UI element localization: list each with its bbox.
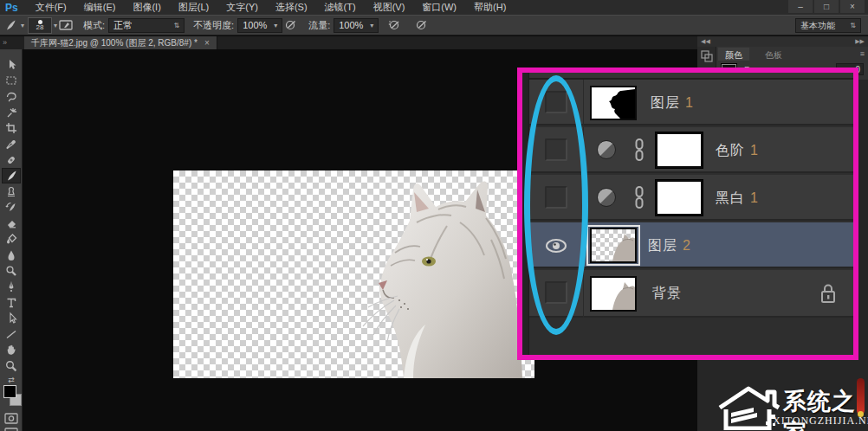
zoom-tool[interactable]	[2, 358, 21, 374]
layer-name[interactable]: 色阶1	[716, 142, 759, 160]
menu-帮助(H)[interactable]: 帮助(H)	[465, 2, 515, 12]
flow-select[interactable]: 100% ▾	[334, 18, 379, 33]
caret-icon: ▾	[21, 22, 24, 29]
healing-brush-tool[interactable]	[2, 152, 21, 168]
history-brush-tool[interactable]	[2, 200, 21, 216]
hand-tool[interactable]	[2, 342, 21, 357]
mask-link-icon	[633, 138, 645, 162]
brush-tool[interactable]	[2, 168, 21, 183]
layers-panel-empty-area	[529, 319, 853, 355]
minimize-button[interactable]: –	[788, 0, 813, 13]
quick-mask-button[interactable]	[2, 410, 21, 426]
crop-tool[interactable]	[2, 120, 21, 136]
caret-icon: ▾	[370, 22, 373, 29]
layer-name[interactable]: 图层2	[648, 237, 691, 255]
menu-items: 文件(F)编辑(E)图像(I)图层(L)文字(Y)选择(S)滤镜(T)视图(V)…	[27, 1, 515, 14]
blend-mode-select[interactable]: 正常 ⇅	[108, 18, 185, 33]
opacity-select[interactable]: 100% ▾	[237, 18, 282, 33]
adjustment-layer-icon	[597, 188, 616, 207]
type-tool[interactable]	[2, 295, 21, 311]
chevrons-icon[interactable]: »	[3, 38, 7, 47]
menu-图像(I)[interactable]: 图像(I)	[124, 2, 169, 12]
layer-name[interactable]: 黑白1	[716, 190, 759, 208]
visibility-column-highlight-ellipse	[524, 75, 588, 335]
layer-name[interactable]: 图层1	[651, 94, 694, 113]
mask-link-icon	[633, 186, 645, 209]
caret-icon: ▾	[274, 22, 277, 29]
mini-cat	[592, 278, 635, 310]
path-select-tool[interactable]	[2, 311, 21, 326]
pressure-opacity-icon[interactable]	[282, 17, 300, 33]
tool-preset-picker[interactable]: ▾	[0, 18, 28, 32]
move-tool[interactable]	[2, 57, 21, 73]
watermark-domain: XITONGZHIJIA.NET	[773, 415, 868, 428]
workspace-switcher[interactable]: 基本功能 ⇅	[795, 18, 861, 33]
lock-icon	[820, 283, 836, 304]
pen-tool[interactable]	[2, 279, 21, 294]
expand-panels-icon[interactable]: ▶▶	[855, 38, 865, 45]
mode-label: 模式:	[83, 19, 105, 32]
dock-header: ◀◀ ▶▶	[697, 36, 868, 47]
menu-选择(S)[interactable]: 选择(S)	[267, 2, 316, 12]
layer-thumbnail[interactable]	[590, 276, 637, 312]
tab-color[interactable]: 颜色	[718, 48, 749, 61]
screen-mode-button[interactable]	[2, 425, 21, 431]
workspace-label: 基本功能	[800, 20, 835, 32]
clone-stamp-tool[interactable]	[2, 183, 21, 199]
line-tool[interactable]	[2, 326, 21, 342]
eyedropper-tool[interactable]	[2, 137, 21, 152]
layer-thumbnail[interactable]	[590, 228, 637, 263]
dodge-tool[interactable]	[2, 263, 21, 279]
flow-value: 100%	[339, 20, 363, 30]
menu-窗口(W)[interactable]: 窗口(W)	[413, 2, 465, 12]
document-canvas[interactable]	[173, 170, 534, 378]
airbrush-icon[interactable]	[385, 17, 403, 33]
updown-icon: ⇅	[850, 22, 856, 29]
panel-toggle-icon	[59, 19, 73, 31]
window-controls: – □ ×	[788, 0, 865, 13]
restore-button[interactable]: □	[814, 0, 839, 13]
opacity-label: 不透明度:	[193, 19, 234, 32]
layer-thumbnail[interactable]	[590, 86, 637, 120]
marquee-tool[interactable]	[2, 73, 21, 88]
magic-wand-tool[interactable]	[2, 105, 21, 120]
layer-mask-thumbnail[interactable]	[656, 132, 703, 168]
menu-文字(Y)[interactable]: 文字(Y)	[217, 2, 267, 12]
menu-视图(V)[interactable]: 视图(V)	[365, 2, 414, 12]
brush-icon	[3, 18, 17, 32]
menu-滤镜(T)[interactable]: 滤镜(T)	[316, 2, 365, 12]
blur-tool[interactable]	[2, 248, 21, 263]
paint-bucket-tool[interactable]	[2, 231, 21, 247]
brush-size-preview[interactable]: 28	[28, 17, 52, 34]
flow-label: 流量:	[308, 19, 330, 32]
tab-close-icon[interactable]: ×	[204, 38, 210, 48]
blend-mode-value: 正常	[113, 19, 133, 32]
mask-cat-silhouette	[592, 87, 635, 119]
pressure-size-icon[interactable]	[413, 17, 431, 33]
panel-menu-icon[interactable]: ≡	[860, 49, 865, 58]
opacity-value: 100%	[243, 20, 267, 30]
lasso-tool[interactable]	[2, 89, 21, 105]
photoshop-logo: Ps	[0, 2, 27, 14]
tools-panel: ⇄	[0, 49, 23, 431]
layer-mask-thumbnail[interactable]	[656, 180, 703, 216]
watermark: 系统之家 XITONGZHIJIA.NET	[717, 378, 868, 431]
brush-size-value: 28	[36, 24, 44, 31]
menu-图层(L)[interactable]: 图层(L)	[170, 2, 217, 12]
watermark-house-icon	[717, 383, 781, 430]
document-tab[interactable]: 千库网-猫2.jpg @ 100% (图层 2, RGB/8#) * ×	[24, 36, 217, 49]
toggle-brush-panel-button[interactable]	[57, 17, 74, 33]
panel-icon	[701, 50, 713, 62]
tab-swatches[interactable]: 色板	[758, 48, 789, 61]
collapse-panels-icon[interactable]: ◀◀	[701, 38, 710, 45]
adjustment-layer-icon	[597, 140, 616, 159]
menu-编辑(E)[interactable]: 编辑(E)	[75, 2, 125, 12]
eraser-tool[interactable]	[2, 216, 21, 231]
menu-bar: Ps 文件(F)编辑(E)图像(I)图层(L)文字(Y)选择(S)滤镜(T)视图…	[0, 0, 868, 15]
foreground-color-swatch[interactable]	[3, 385, 16, 398]
layer-name[interactable]: 背景	[652, 285, 687, 303]
close-button[interactable]: ×	[840, 0, 865, 13]
menu-文件(F)[interactable]: 文件(F)	[27, 2, 75, 12]
options-bar: ▾ 28 ▾ 模式: 正常 ⇅ 不透明度: 100% ▾ 流量: 100%	[0, 15, 868, 35]
document-title: 千库网-猫2.jpg @ 100% (图层 2, RGB/8#) *	[31, 37, 198, 49]
